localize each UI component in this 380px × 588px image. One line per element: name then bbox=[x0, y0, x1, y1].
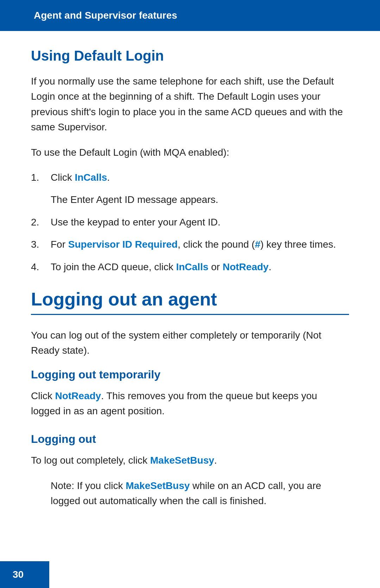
list-item: 4. To join the ACD queue, click InCalls … bbox=[31, 259, 349, 274]
sub-item-container: The Enter Agent ID message appears. bbox=[31, 192, 349, 207]
notready-link-1[interactable]: NotReady bbox=[223, 261, 269, 272]
step-text-before: Click bbox=[51, 172, 75, 183]
step-text-after: ) key three times. bbox=[260, 239, 336, 250]
main-content: Using Default Login If you normally use … bbox=[0, 48, 380, 509]
step-text-middle: or bbox=[208, 261, 222, 272]
step-text-after: . bbox=[107, 172, 110, 183]
incalls-link-1[interactable]: InCalls bbox=[75, 172, 107, 183]
section-using-default-login: Using Default Login If you normally use … bbox=[31, 48, 349, 274]
logging-out-heading: Logging out bbox=[31, 433, 349, 446]
list-item: 2. Use the keypad to enter your Agent ID… bbox=[31, 215, 349, 230]
step-number: 4. bbox=[31, 259, 51, 274]
step-text-after: . bbox=[268, 261, 271, 272]
logging-out-temporarily-heading: Logging out temporarily bbox=[31, 368, 349, 381]
step-content: To join the ACD queue, click InCalls or … bbox=[51, 259, 349, 274]
sub-item: The Enter Agent ID message appears. bbox=[51, 192, 349, 207]
section-divider bbox=[31, 314, 349, 315]
notready-link-2[interactable]: NotReady bbox=[55, 390, 101, 401]
makesetbusy-link-1[interactable]: MakeSetBusy bbox=[150, 455, 214, 466]
list-item: 1. Click InCalls. bbox=[31, 170, 349, 185]
logging-out-temporarily-text: Click NotReady. This removes you from th… bbox=[31, 388, 349, 419]
text-before: To log out completely, click bbox=[31, 455, 150, 466]
step-text-middle: , click the pound ( bbox=[178, 239, 255, 250]
using-default-login-heading: Using Default Login bbox=[31, 48, 349, 64]
note-block: Note: If you click MakeSetBusy while on … bbox=[51, 478, 349, 509]
logging-out-agent-intro: You can log out of the system either com… bbox=[31, 328, 349, 358]
step-number: 1. bbox=[31, 170, 51, 185]
incalls-link-2[interactable]: InCalls bbox=[176, 261, 208, 272]
step-number: 3. bbox=[31, 237, 51, 252]
step-text-before: For bbox=[51, 239, 68, 250]
page-number: 30 bbox=[13, 569, 24, 580]
pound-link[interactable]: # bbox=[255, 239, 260, 250]
section-logging-out-agent: Logging out an agent You can log out of … bbox=[31, 289, 349, 509]
note-text-before: Note: If you click bbox=[51, 480, 126, 491]
header-title: Agent and Supervisor features bbox=[34, 10, 177, 21]
step-content: For Supervisor ID Required, click the po… bbox=[51, 237, 349, 252]
text-before: Click bbox=[31, 390, 55, 401]
using-default-login-intro: If you normally use the same telephone f… bbox=[31, 74, 349, 135]
step-text-before: To join the ACD queue, click bbox=[51, 261, 176, 272]
subsection-logging-out-temporarily: Logging out temporarily Click NotReady. … bbox=[31, 368, 349, 419]
logging-out-text: To log out completely, click MakeSetBusy… bbox=[31, 453, 349, 468]
step-number: 2. bbox=[31, 215, 51, 230]
subsection-logging-out: Logging out To log out completely, click… bbox=[31, 433, 349, 508]
makesetbusy-link-2[interactable]: MakeSetBusy bbox=[126, 480, 190, 491]
logging-out-agent-heading: Logging out an agent bbox=[31, 289, 349, 310]
steps-list: 1. Click InCalls. The Enter Agent ID mes… bbox=[31, 170, 349, 274]
text-after: . bbox=[214, 455, 217, 466]
supervisor-id-link[interactable]: Supervisor ID Required bbox=[68, 239, 178, 250]
list-item: 3. For Supervisor ID Required, click the… bbox=[31, 237, 349, 252]
instruction-label: To use the Default Login (with MQA enabl… bbox=[31, 145, 349, 160]
footer-bar: 30 bbox=[0, 561, 49, 588]
step-content: Use the keypad to enter your Agent ID. bbox=[51, 215, 349, 230]
step-content: Click InCalls. bbox=[51, 170, 349, 185]
header-bar: Agent and Supervisor features bbox=[0, 0, 380, 31]
